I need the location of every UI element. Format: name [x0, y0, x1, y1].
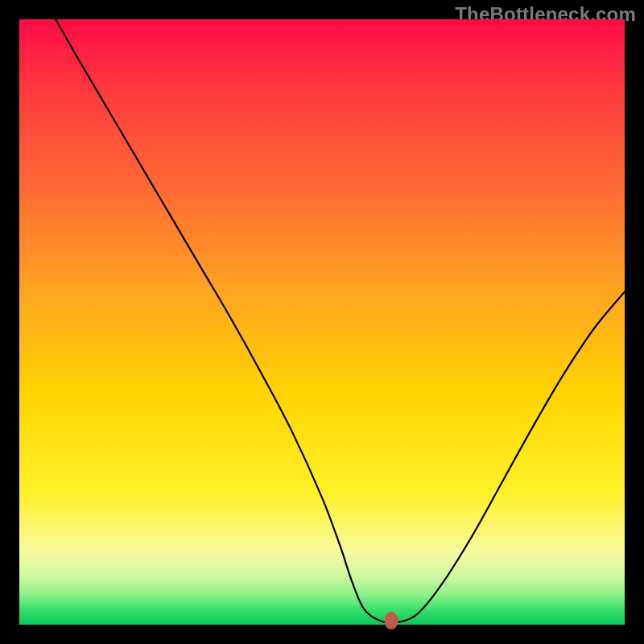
chart-stage: TheBottleneck.com: [0, 0, 644, 644]
optimal-marker: [385, 612, 398, 630]
bottleneck-curve: [56, 19, 625, 623]
plot-area: [19, 19, 625, 625]
curve-svg: [19, 19, 625, 625]
